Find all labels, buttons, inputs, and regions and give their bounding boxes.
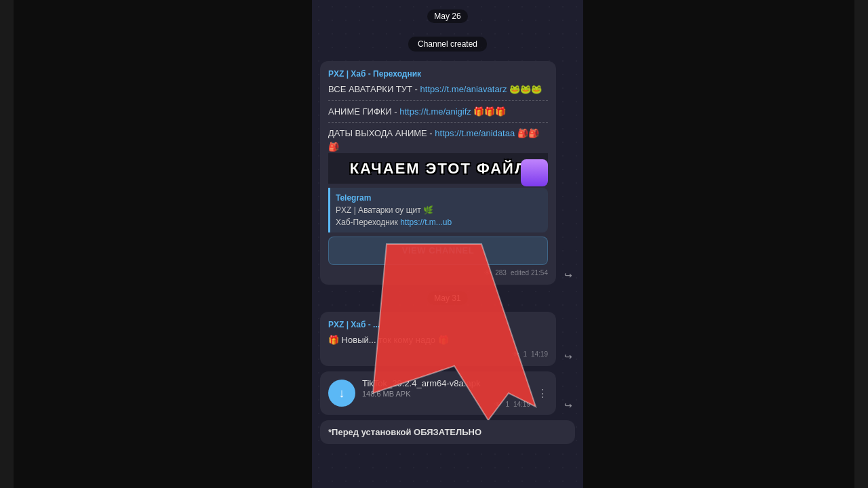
divider-2: [328, 122, 548, 123]
preview-image: [521, 159, 548, 186]
msg-text-dates: ДАТЫ ВЫХОДА АНИМЕ -: [328, 128, 435, 138]
sender-name-2: PXZ | Хаб - ...: [328, 319, 548, 331]
eye-icon-2: 👁: [512, 349, 519, 359]
msg-link-anidataa[interactable]: https://t.me/anidataa: [435, 128, 515, 138]
msg-meta-1: 👁 283 edited 21:54: [328, 268, 548, 278]
date-separator-may26: May 26: [320, 9, 575, 23]
message-bubble-1: PXZ | Хаб - Переходник ВСЕ АВАТАРКИ ТУТ …: [320, 61, 556, 285]
msg-meta-2: 👁 1 14:19: [328, 349, 548, 359]
msg-text-2: АНИМЕ ГИФКИ - https://t.me/anigifz 🎁🎁🎁: [328, 105, 548, 119]
date-badge-may31: May 31: [427, 291, 467, 305]
msg-text-3: ДАТЫ ВЫХОДА АНИМЕ - https://t.me/anidata…: [328, 127, 548, 153]
file-info: TikTok_29.2.4_arm64-v8a.apk 148.6 MB APK…: [362, 378, 530, 408]
eye-icon-file: 👁: [494, 401, 501, 408]
msg-meta-file: 👁 1 14:19: [362, 401, 530, 408]
forward-link[interactable]: https://t.m...ub: [400, 218, 452, 227]
divider-1: [328, 100, 548, 101]
msg-text-1: ВСЕ АВАТАРКИ ТУТ - https://t.me/aniavata…: [328, 83, 548, 96]
view-channel-button[interactable]: VIEW CHANNEL: [328, 237, 548, 265]
views-count-2: 1: [523, 349, 527, 359]
file-name: TikTok_29.2.4_arm64-v8a.apk: [362, 378, 530, 388]
emoji-gift: 🎁🎁🎁: [471, 106, 507, 117]
msg-link-anigifz[interactable]: https://t.me/anigifz: [399, 106, 471, 117]
chat-scroll-area[interactable]: May 26 Channel created PXZ | Хаб - Перех…: [312, 0, 583, 449]
time-file: 14:19: [513, 401, 530, 408]
sender-name-1: PXZ | Хаб - Переходник: [328, 68, 548, 80]
file-size: 148.6 MB APK: [362, 390, 530, 398]
views-count-1: 283: [495, 268, 507, 278]
date-separator-may31: May 31: [320, 291, 575, 305]
forward-arrow-1[interactable]: ↪: [564, 270, 572, 281]
channel-created-container: Channel created: [320, 34, 575, 54]
message-bubble-2: PXZ | Хаб - ... 🎁 Новый... ток кому надо…: [320, 312, 556, 367]
forward-card-title: Telegram: [336, 192, 542, 204]
msg-link-avatars[interactable]: https://t.me/aniavatarz: [420, 84, 507, 94]
message-row-file: ↓ TikTok_29.2.4_arm64-v8a.apk 148.6 MB A…: [320, 371, 556, 415]
right-panel: [583, 0, 854, 488]
chat-background: May 26 Channel created PXZ | Хаб - Перех…: [312, 0, 583, 488]
forward-arrow-file[interactable]: ↪: [564, 400, 572, 411]
msg-text-short: 🎁 Новый... ток кому надо 🎁: [328, 333, 548, 347]
edited-label-1: edited 21:54: [511, 268, 548, 278]
time-2: 14:19: [531, 349, 548, 359]
file-bubble: ↓ TikTok_29.2.4_arm64-v8a.apk 148.6 MB A…: [320, 371, 556, 415]
date-badge-may26: May 26: [427, 9, 467, 23]
emoji-frogs: 🐸🐸🐸: [507, 84, 542, 94]
file-menu-button[interactable]: ⋮: [537, 387, 548, 400]
download-button[interactable]: ↓: [328, 380, 355, 407]
eye-icon-1: 👁: [484, 268, 491, 278]
forward-card: Telegram PXZ | Аватарки оу щит 🌿 Хаб-Пер…: [328, 188, 548, 232]
big-text-overlay: КАЧАЕМ ЭТОТ ФАЙЛ: [328, 153, 548, 184]
bottom-message: *Перед установкой ОБЯЗАТЕЛЬНО: [320, 420, 575, 444]
phone-screen: May 26 Channel created PXZ | Хаб - Перех…: [312, 0, 583, 488]
msg-text-avatars: ВСЕ АВАТАРКИ ТУТ -: [328, 84, 420, 94]
msg-text-anime-gifs: АНИМЕ ГИФКИ -: [328, 106, 399, 117]
views-count-file: 1: [505, 401, 509, 408]
download-icon: ↓: [339, 386, 345, 401]
message-row-2: PXZ | Хаб - ... 🎁 Новый... ток кому надо…: [320, 312, 556, 367]
left-panel: [14, 0, 312, 488]
forward-sub2-text: Хаб-Переходник: [336, 218, 400, 227]
message-row-1: PXZ | Хаб - Переходник ВСЕ АВАТАРКИ ТУТ …: [320, 61, 556, 285]
forward-arrow-2[interactable]: ↪: [564, 351, 572, 362]
forward-card-body-1: PXZ | Аватарки оу щит 🌿: [336, 204, 542, 216]
forward-card-body-2: Хаб-Переходник https://t.m...ub: [336, 216, 542, 228]
channel-created-badge: Channel created: [408, 37, 487, 52]
